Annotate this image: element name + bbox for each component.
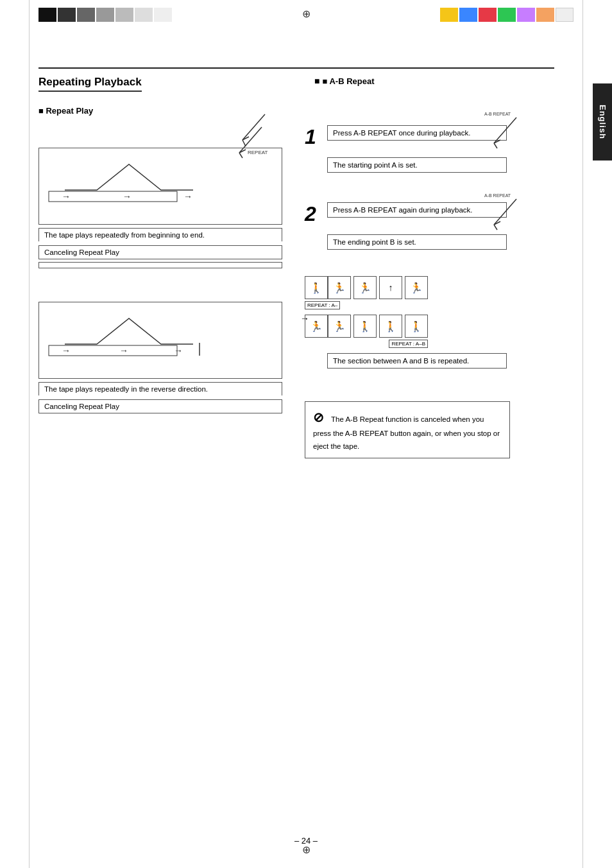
cs-block-1 [38, 8, 56, 22]
repeat-a-strip: 🚶 🏃 🏃 ↑ 🏃 REPEAT : A– [305, 276, 428, 299]
repeat-a-label: REPEAT : A– [305, 301, 340, 309]
svg-line-21 [494, 199, 516, 225]
cs-right-7 [556, 8, 574, 22]
cs-right-5 [517, 8, 535, 22]
step2-final-result: The section between A and B is repeated. [327, 353, 507, 369]
cs-right-3 [479, 8, 497, 22]
cs-right-4 [498, 8, 516, 22]
language-label: English [598, 105, 608, 139]
step2-result: The ending point B is set. [327, 234, 507, 250]
rab4: 🚶 [379, 315, 402, 338]
note-box: ⊘ The A-B Repeat function is canceled wh… [305, 401, 510, 458]
cs-block-2 [58, 8, 76, 22]
top-rule [38, 67, 554, 69]
cs-block-7 [154, 8, 172, 22]
svg-text:→: → [183, 191, 192, 202]
ab-repeat-title: ■■ A-B Repeat [314, 76, 375, 86]
rc4: ↑ [379, 276, 402, 299]
repeat-play-heading: ■ Repeat Play [38, 106, 93, 116]
bottom-center-dot: ⊕ [302, 843, 310, 856]
ab-repeat-icon-1: A-B REPEAT [481, 108, 532, 153]
diag1-text2: Canceling Repeat Play [38, 245, 282, 259]
cs-right-6 [536, 8, 554, 22]
svg-text:A-B REPEAT: A-B REPEAT [484, 193, 511, 198]
ab-repeat-icon-2: A-B REPEAT [481, 189, 532, 234]
note-symbol: ⊘ [313, 410, 324, 424]
top-center-symbol: ⊕ [302, 8, 310, 20]
step2-number: 2 [305, 202, 316, 226]
margin-line-right [582, 0, 583, 868]
cs-block-5 [115, 8, 133, 22]
svg-text:→: → [62, 191, 71, 202]
diag1-text3 [38, 262, 282, 268]
note-text: The A-B Repeat function is canceled when… [313, 415, 500, 450]
rc3: 🏃 [353, 276, 377, 299]
color-strip-left [38, 8, 172, 22]
rc2: 🏃 [328, 276, 351, 299]
rab2: 🏃 [328, 315, 351, 338]
color-strip-right [440, 8, 574, 22]
step1-number: 1 [305, 125, 316, 149]
svg-text:→: → [174, 345, 183, 356]
svg-text:→: → [62, 345, 71, 356]
svg-line-19 [494, 143, 497, 148]
cs-block-3 [77, 8, 95, 22]
svg-line-17 [494, 117, 516, 143]
rc5: 🏃 [405, 276, 428, 299]
rc1: 🚶 [305, 276, 328, 299]
rab3: 🚶 [353, 315, 377, 338]
svg-text:→: → [119, 345, 128, 356]
svg-text:A-B REPEAT: A-B REPEAT [484, 112, 511, 116]
diagram-box-2: → → → [38, 302, 282, 379]
diagram-box-1: → → → [38, 148, 282, 225]
cs-right-2 [459, 8, 477, 22]
repeat-ab-label: REPEAT : A–B [389, 340, 428, 348]
diag2-text1: The tape plays repeatedly in the reverse… [38, 382, 282, 395]
page-title: Repeating Playback [38, 76, 142, 92]
sidebar-language-tab: English [593, 83, 612, 161]
cs-block-6 [135, 8, 153, 22]
waveform-svg-1: → → → [46, 152, 289, 203]
rab5: 🚶 [405, 315, 428, 338]
rab1: 🏃 [305, 315, 328, 338]
margin-line-left [29, 0, 30, 868]
step1-box: Press A-B REPEAT once during playback. [327, 125, 507, 141]
cs-block-4 [96, 8, 114, 22]
svg-line-23 [494, 225, 497, 230]
cs-right-1 [440, 8, 458, 22]
diag1-text1: The tape plays repeatedly from beginning… [38, 228, 282, 241]
repeat-ab-strip: 🏃 🏃 🚶 🚶 🚶 REPEAT : A–B [305, 315, 428, 338]
step2-box: Press A-B REPEAT again during playback. [327, 202, 507, 218]
waveform-svg-2: → → → [46, 306, 289, 357]
diag2-text2: Canceling Repeat Play [38, 399, 282, 413]
step1-result: The starting point A is set. [327, 157, 507, 173]
svg-text:→: → [123, 191, 132, 202]
